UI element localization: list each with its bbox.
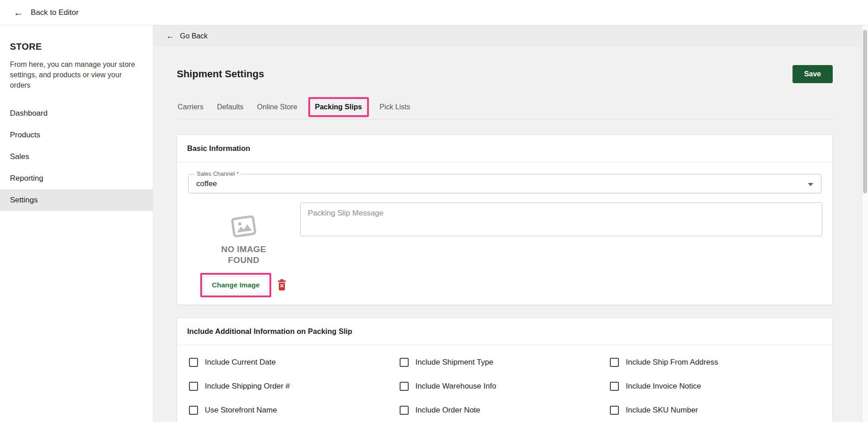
checkbox[interactable] <box>610 358 619 367</box>
checkbox[interactable] <box>400 406 409 415</box>
scrollbar-thumb[interactable] <box>863 30 867 193</box>
sales-channel-value: coffee <box>196 179 217 188</box>
checkbox-item-include-shipment-type: Include Shipment Type <box>400 358 610 367</box>
no-image-found-text: NO IMAGE FOUND <box>214 244 273 266</box>
sidebar-description: From here, you can manage your store set… <box>0 59 153 91</box>
checkbox-item-include-warehouse-info: Include Warehouse Info <box>400 382 610 391</box>
sales-channel-select[interactable]: Sales Channel * coffee <box>188 174 821 193</box>
sidebar-item-dashboard[interactable]: Dashboard <box>0 103 153 124</box>
packing-slip-image-block: NO IMAGE FOUND Change Image <box>187 202 300 297</box>
checkbox[interactable] <box>610 382 619 391</box>
no-image-icon <box>228 211 259 242</box>
packing-slip-message-input[interactable] <box>300 202 822 236</box>
checkbox[interactable] <box>400 382 409 391</box>
checkbox[interactable] <box>189 406 198 415</box>
checkbox-item-include-invoice-notice: Include Invoice Notice <box>610 382 821 391</box>
checkbox[interactable] <box>400 358 409 367</box>
back-to-editor-button[interactable]: Back to Editor <box>31 8 79 17</box>
trash-icon <box>277 279 287 291</box>
top-bar: ← Back to Editor <box>0 0 868 25</box>
checkbox-item-use-storefront-name: Use Storefront Name <box>189 406 400 415</box>
change-image-button[interactable]: Change Image <box>203 276 269 294</box>
sidebar: STORE From here, you can manage your sto… <box>0 25 153 422</box>
basic-information-card: Basic Information Sales Channel * coffee <box>177 135 833 305</box>
basic-information-header: Basic Information <box>177 135 832 162</box>
annotation-highlight-packing-slips: Packing Slips <box>308 97 369 117</box>
checkbox[interactable] <box>189 358 198 367</box>
checkbox[interactable] <box>610 406 619 415</box>
checkbox-item-include-order-note: Include Order Note <box>400 406 610 415</box>
additional-information-header: Include Additional Information on Packin… <box>177 318 832 345</box>
chevron-down-icon <box>808 183 813 186</box>
tab-defaults[interactable]: Defaults <box>217 103 244 111</box>
tab-packing-slips[interactable]: Packing Slips <box>315 103 362 111</box>
go-back-button[interactable]: ← Go Back <box>153 25 862 47</box>
go-back-label: Go Back <box>180 32 208 40</box>
checkbox-item-include-current-date: Include Current Date <box>189 358 400 367</box>
checkbox-grid: Include Current Date Include Shipment Ty… <box>177 345 832 422</box>
delete-image-button[interactable] <box>277 279 287 291</box>
checkbox-item-include-shipping-order: Include Shipping Order # <box>189 382 400 391</box>
page-title: Shipment Settings <box>177 68 264 80</box>
checkbox-item-include-ship-from-address: Include Ship From Address <box>610 358 821 367</box>
vertical-scrollbar[interactable] <box>862 25 868 422</box>
sidebar-item-sales[interactable]: Sales <box>0 146 153 168</box>
additional-information-card: Include Additional Information on Packin… <box>177 318 833 422</box>
tab-bar: Carriers Defaults Online Store Packing S… <box>177 95 833 119</box>
sales-channel-label: Sales Channel * <box>194 170 241 177</box>
tab-online-store[interactable]: Online Store <box>257 103 297 111</box>
go-back-arrow-icon: ← <box>166 31 175 41</box>
tab-carriers[interactable]: Carriers <box>178 103 203 111</box>
back-arrow-icon[interactable]: ← <box>14 7 24 19</box>
save-button[interactable]: Save <box>793 65 833 83</box>
sidebar-item-reporting[interactable]: Reporting <box>0 168 153 189</box>
sidebar-title: STORE <box>0 42 153 52</box>
tab-pick-lists[interactable]: Pick Lists <box>380 103 410 111</box>
annotation-highlight-change-image: Change Image <box>200 273 272 297</box>
main-area: ← Go Back Shipment Settings Save Carrier… <box>153 25 862 422</box>
sidebar-item-products[interactable]: Products <box>0 124 153 146</box>
checkbox-item-include-sku-number: Include SKU Number <box>610 406 821 415</box>
checkbox[interactable] <box>189 382 198 391</box>
sidebar-item-settings[interactable]: Settings <box>0 189 153 211</box>
